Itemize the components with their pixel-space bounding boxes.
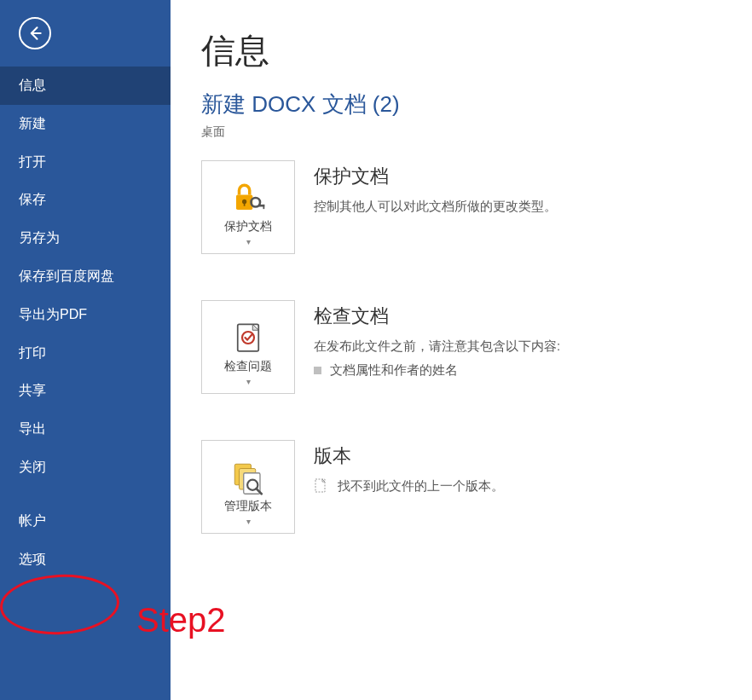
nav-item-save[interactable]: 保存 (0, 181, 171, 219)
nav-item-export[interactable]: 导出 (0, 410, 171, 448)
chevron-down-icon: ▾ (246, 377, 251, 386)
section-versions: 管理版本 ▾ 版本 找不到此文件的上一个版本。 (201, 440, 752, 534)
arrow-left-icon (26, 25, 43, 42)
document-outline-icon (314, 478, 329, 494)
svg-rect-5 (263, 205, 265, 209)
nav-item-close[interactable]: 关闭 (0, 448, 171, 487)
chevron-down-icon: ▾ (246, 517, 251, 526)
nav-label: 保存 (19, 192, 46, 206)
section-title: 版本 (314, 443, 752, 469)
nav-item-options[interactable]: 选项 (0, 541, 171, 579)
nav-label: 信息 (19, 78, 46, 92)
nav-label: 打开 (19, 154, 46, 169)
section-body: 检查文档 在发布此文件之前，请注意其包含以下内容: 文档属性和作者的姓名 (314, 300, 752, 380)
section-body: 保护文档 控制其他人可以对此文档所做的更改类型。 (314, 160, 752, 217)
lock-key-icon (230, 180, 266, 216)
back-button[interactable] (19, 17, 51, 49)
nav-item-export-pdf[interactable]: 导出为PDF (0, 296, 171, 334)
nav-label: 另存为 (19, 230, 60, 245)
versions-icon (230, 460, 266, 495)
versions-row: 找不到此文件的上一个版本。 (314, 476, 752, 496)
svg-rect-2 (244, 202, 246, 205)
versions-desc: 找不到此文件的上一个版本。 (338, 476, 504, 496)
document-path: 桌面 (201, 124, 752, 140)
section-body: 版本 找不到此文件的上一个版本。 (314, 440, 752, 496)
inspect-bullet-row: 文档属性和作者的姓名 (314, 360, 752, 380)
nav-item-saveas[interactable]: 另存为 (0, 219, 171, 257)
tile-label: 检查问题 (224, 359, 272, 374)
sidebar: 信息 新建 打开 保存 另存为 保存到百度网盘 导出为PDF 打印 共享 导出 … (0, 0, 171, 700)
section-desc: 控制其他人可以对此文档所做的更改类型。 (314, 196, 752, 217)
page-title: 信息 (201, 27, 752, 74)
nav-label: 新建 (19, 116, 46, 130)
nav-label: 选项 (19, 552, 46, 566)
section-inspect: 检查问题 ▾ 检查文档 在发布此文件之前，请注意其包含以下内容: 文档属性和作者… (201, 300, 752, 394)
nav-item-info[interactable]: 信息 (0, 67, 171, 105)
inspect-bullet-text: 文档属性和作者的姓名 (330, 360, 458, 380)
nav-label: 保存到百度网盘 (19, 269, 114, 283)
document-name: 新建 DOCX 文档 (2) (201, 90, 752, 119)
inspect-icon (230, 320, 266, 356)
nav-label: 关闭 (19, 460, 46, 474)
nav-label: 打印 (19, 345, 46, 360)
nav-label: 导出为PDF (19, 307, 87, 321)
section-desc: 在发布此文件之前，请注意其包含以下内容: (314, 336, 752, 356)
protect-document-button[interactable]: 保护文档 ▾ (201, 160, 295, 254)
tile-label: 保护文档 (224, 219, 272, 234)
main-panel: 信息 新建 DOCX 文档 (2) 桌面 保护文档 ▾ 保护文档 控制其他人可以… (171, 0, 752, 700)
square-bullet-icon (314, 367, 321, 374)
chevron-down-icon: ▾ (246, 237, 251, 246)
nav-item-save-baidu[interactable]: 保存到百度网盘 (0, 257, 171, 296)
inspect-issues-button[interactable]: 检查问题 ▾ (201, 300, 295, 394)
nav-item-account[interactable]: 帐户 (0, 502, 171, 541)
nav-item-share[interactable]: 共享 (0, 372, 171, 410)
section-protect: 保护文档 ▾ 保护文档 控制其他人可以对此文档所做的更改类型。 (201, 160, 752, 254)
section-title: 检查文档 (314, 304, 752, 329)
manage-versions-button[interactable]: 管理版本 ▾ (201, 440, 295, 534)
nav-item-open[interactable]: 打开 (0, 143, 171, 182)
svg-rect-13 (315, 479, 325, 492)
nav-label: 帐户 (19, 513, 46, 528)
section-title: 保护文档 (314, 164, 752, 189)
nav-label: 导出 (19, 421, 46, 436)
tile-label: 管理版本 (224, 499, 272, 514)
nav-item-print[interactable]: 打印 (0, 334, 171, 373)
nav-item-new[interactable]: 新建 (0, 105, 171, 143)
nav-divider (0, 487, 171, 502)
nav-label: 共享 (19, 383, 46, 397)
